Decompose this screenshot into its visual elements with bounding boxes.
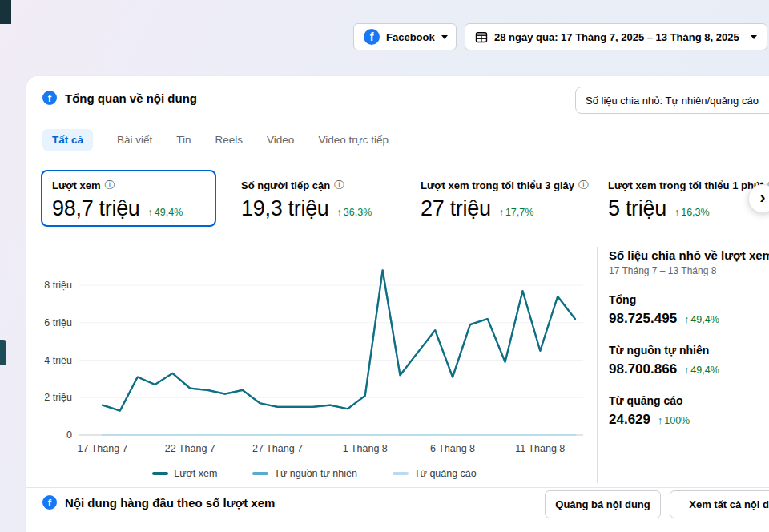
metric-label: Lượt xem trong tối thiểu 1 phút	[608, 179, 763, 191]
facebook-icon: f	[364, 29, 380, 45]
trend-up-icon: ↑	[337, 207, 342, 218]
trend-up-icon: ↑	[684, 314, 689, 325]
chart-legend: Lượt xem Từ nguồn tự nhiên Từ quảng cáo	[32, 468, 597, 479]
breakdown-delta: ↑100%	[658, 415, 690, 426]
chevron-right-icon: ›	[759, 187, 765, 208]
caret-down-icon	[751, 35, 757, 39]
trend-up-icon: ↑	[658, 415, 662, 426]
metric-delta: ↑17,7%	[499, 207, 534, 218]
svg-text:6 triệu: 6 triệu	[44, 317, 72, 328]
date-range-button[interactable]: 28 ngày qua: 17 Tháng 7, 2025 – 13 Tháng…	[465, 23, 767, 50]
promote-content-button[interactable]: Quảng bá nội dung	[545, 490, 661, 518]
breakdown-row-total: Tổng 98.725.495 ↑49,4%	[609, 293, 769, 327]
svg-text:2 triệu: 2 triệu	[44, 392, 72, 403]
metric-card-3s-views[interactable]: Lượt xem trong tối thiểu 3 giây ⓘ 27 tri…	[409, 170, 585, 227]
svg-text:6 Tháng 8: 6 Tháng 8	[430, 443, 475, 454]
metric-delta: ↑16,3%	[674, 207, 710, 218]
metric-label: Lượt xem trong tối thiểu 3 giây	[421, 179, 574, 191]
content-overview-card: f Tổng quan về nội dung Số liệu chia nhỏ…	[26, 76, 769, 532]
breakdown-delta: ↑49,4%	[684, 314, 719, 325]
top-content-title: Nội dung hàng đầu theo số lượt xem	[65, 496, 275, 510]
metric-value: 5 triệu	[608, 196, 666, 221]
svg-text:8 triệu: 8 triệu	[44, 280, 72, 291]
breakdown-toggle-button[interactable]: Số liệu chia nhỏ: Tự nhiên/quảng cáo	[575, 87, 769, 114]
calendar-icon	[475, 30, 488, 43]
metric-delta: ↑36,3%	[337, 207, 372, 218]
metric-card-views[interactable]: Lượt xem ⓘ 98,7 triệu ↑49,4%	[41, 170, 216, 227]
tab-all[interactable]: Tất cả	[42, 129, 93, 151]
svg-text:0: 0	[66, 429, 72, 441]
caret-down-icon	[441, 35, 448, 39]
series-swatch	[152, 472, 168, 475]
metric-card-1min-views[interactable]: Lượt xem trong tối thiểu 1 phút ⓘ 5 triệ…	[597, 170, 769, 227]
content-overview-title: Tổng quan về nội dung	[65, 91, 197, 105]
trend-up-icon: ↑	[674, 207, 679, 218]
svg-text:11 Tháng 8: 11 Tháng 8	[515, 443, 565, 454]
info-icon[interactable]: ⓘ	[578, 179, 589, 192]
section-divider	[26, 487, 769, 488]
tab-live-video[interactable]: Video trực tiếp	[318, 129, 389, 151]
views-breakdown-panel: Số liệu chia nhỏ về lượt xem 17 Tháng 7 …	[597, 247, 769, 483]
series-swatch	[393, 472, 409, 475]
breakdown-row-organic: Từ nguồn tự nhiên 98.700.866 ↑49,4%	[609, 344, 769, 377]
tab-video[interactable]: Video	[267, 129, 294, 151]
svg-text:17 Tháng 7: 17 Tháng 7	[77, 443, 127, 454]
facebook-icon: f	[42, 495, 57, 510]
legend-item-ads: Từ quảng cáo	[393, 468, 477, 479]
date-range-label: 28 ngày qua: 17 Tháng 7, 2025 – 13 Tháng…	[494, 31, 739, 43]
legend-item-views: Lượt xem	[152, 468, 217, 479]
metric-label: Số người tiếp cận	[241, 179, 330, 191]
views-chart: 02 triệu4 triệu6 triệu8 triệu17 Tháng 72…	[32, 255, 597, 465]
facebook-icon: f	[42, 91, 57, 105]
svg-text:4 triệu: 4 triệu	[44, 355, 72, 366]
svg-text:22 Tháng 7: 22 Tháng 7	[165, 443, 215, 454]
page-selector-button[interactable]: f Facebook	[353, 23, 457, 50]
see-all-content-button[interactable]: Xem tất cả nội dung	[670, 490, 769, 518]
breakdown-title: Số liệu chia nhỏ về lượt xem	[609, 248, 769, 262]
tab-reels[interactable]: Reels	[215, 129, 244, 151]
info-icon[interactable]: ⓘ	[105, 179, 115, 192]
page-selector-label: Facebook	[386, 31, 435, 43]
trend-up-icon: ↑	[684, 365, 689, 376]
metric-value: 98,7 triệu	[52, 196, 140, 221]
svg-text:27 Tháng 7: 27 Tháng 7	[252, 443, 303, 454]
breakdown-subtitle: 17 Tháng 7 – 13 Tháng 8	[609, 265, 769, 276]
info-icon[interactable]: ⓘ	[334, 179, 344, 192]
svg-text:1 Tháng 8: 1 Tháng 8	[343, 443, 388, 454]
trend-up-icon: ↑	[499, 207, 504, 218]
trend-up-icon: ↑	[148, 207, 153, 218]
tab-stories[interactable]: Tin	[176, 129, 191, 151]
series-swatch	[252, 472, 268, 475]
content-type-tabs: Tất cả Bài viết Tin Reels Video Video tr…	[42, 127, 389, 151]
breakdown-delta: ↑49,4%	[684, 365, 719, 376]
breakdown-row-ads: Từ quảng cáo 24.629 ↑100%	[609, 394, 769, 428]
sidebar-fragment	[0, 0, 11, 24]
metric-label: Lượt xem	[52, 179, 101, 191]
tab-posts[interactable]: Bài viết	[117, 129, 152, 151]
metric-delta: ↑49,4%	[148, 207, 183, 218]
legend-item-organic: Từ nguồn tự nhiên	[252, 468, 357, 479]
metric-value: 19,3 triệu	[241, 196, 329, 221]
sidebar-expand-handle[interactable]	[0, 340, 6, 365]
metric-value: 27 triệu	[421, 196, 491, 221]
metric-card-reach[interactable]: Số người tiếp cận ⓘ 19,3 triệu ↑36,3%	[230, 170, 405, 227]
